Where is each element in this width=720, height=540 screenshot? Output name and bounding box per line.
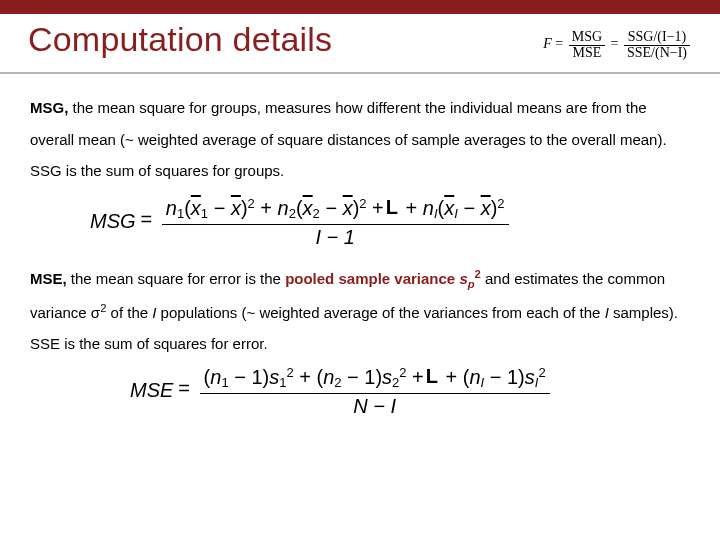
frac2-den: SSE/(N−I) [624, 46, 690, 61]
slide-title: Computation details [28, 20, 543, 59]
msg-lhs: MSG [90, 211, 136, 231]
frac1-num: MSG [569, 30, 605, 46]
frac2-num: SSG/(I−1) [624, 30, 690, 46]
mse-text1: the mean square for error is the [67, 270, 285, 287]
frac-msg-mse: MSG MSE [569, 30, 605, 60]
msg-text: the mean square for groups, measures how… [30, 99, 667, 179]
paragraph-mse: MSE, the mean square for error is the po… [30, 263, 690, 360]
pooled-label: pooled sample variance sp2 [285, 270, 481, 287]
frac1-den: MSE [569, 46, 605, 61]
eq-sign: = [178, 376, 195, 398]
mse-equation: MSE = (n1 − 1)s12 + (n2 − 1)s22 +L + (nI… [30, 360, 690, 432]
msg-equation: MSG = n1(x1 − x)2 + n2(x2 − x)2 +L + nI(… [30, 187, 690, 263]
paragraph-msg: MSG, the mean square for groups, measure… [30, 92, 690, 187]
mse-lhs: MSE [130, 380, 173, 400]
eq-sign-2: = [611, 36, 619, 51]
slide: Computation details F = MSG MSE = SSG/(I… [0, 0, 720, 540]
accent-bar [0, 0, 720, 14]
msg-fraction: n1(x1 − x)2 + n2(x2 − x)2 +L + nI(xI − x… [162, 195, 509, 247]
mse-text4: populations (~ weighted average of the v… [156, 304, 604, 321]
mse-text3: of the [106, 304, 152, 321]
eq-sign-1: = [555, 36, 563, 51]
frac-ssg-sse: SSG/(I−1) SSE/(N−I) [624, 30, 690, 60]
title-row: Computation details F = MSG MSE = SSG/(I… [0, 14, 720, 74]
slide-body: MSG, the mean square for groups, measure… [0, 74, 720, 432]
eq-sign: = [141, 207, 158, 229]
f-ratio-formula: F = MSG MSE = SSG/(I−1) SSE/(N−I) [543, 20, 692, 60]
msg-numerator: n1(x1 − x)2 + n2(x2 − x)2 +L + nI(xI − x… [162, 195, 509, 225]
mse-denominator: N − I [200, 394, 550, 416]
f-lhs: F [543, 36, 552, 51]
msg-lead: MSG, [30, 99, 68, 116]
mse-lead: MSE, [30, 270, 67, 287]
msg-denominator: I − 1 [162, 225, 509, 247]
mse-fraction: (n1 − 1)s12 + (n2 − 1)s22 +L + (nI − 1)s… [200, 364, 550, 416]
mse-numerator: (n1 − 1)s12 + (n2 − 1)s22 +L + (nI − 1)s… [200, 364, 550, 394]
